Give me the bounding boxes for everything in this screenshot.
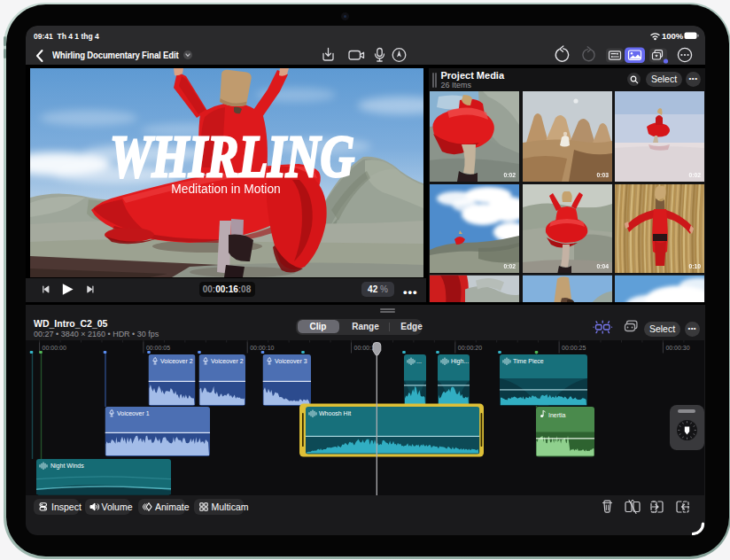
svg-text:WHIRLING: WHIRLING — [110, 122, 354, 190]
svg-text:00:00:05: 00:00:05 — [146, 345, 170, 351]
svg-text:Voiceover 2: Voiceover 2 — [160, 358, 193, 364]
svg-text:100%: 100% — [662, 31, 684, 41]
svg-text:0:02: 0:02 — [503, 172, 516, 178]
svg-text:00:00:30: 00:00:30 — [665, 345, 689, 351]
svg-text:Voiceover 2: Voiceover 2 — [211, 358, 244, 364]
svg-text:00:00:10: 00:00:10 — [250, 345, 274, 351]
svg-text:Whoosh Hit: Whoosh Hit — [319, 410, 351, 416]
svg-text:00:00:00: 00:00:00 — [43, 345, 66, 351]
svg-text:Meditation in Motion: Meditation in Motion — [171, 183, 280, 196]
svg-text:0:10: 0:10 — [688, 263, 701, 269]
svg-text:Voiceover 1: Voiceover 1 — [117, 410, 150, 416]
svg-text:Voiceover 3: Voiceover 3 — [275, 358, 307, 364]
svg-text:High...: High... — [451, 358, 469, 365]
svg-text:0:04: 0:04 — [596, 263, 609, 269]
svg-text:Inertia: Inertia — [548, 412, 566, 418]
svg-text:0:03: 0:03 — [596, 172, 609, 178]
svg-text:...: ... — [416, 358, 422, 364]
svg-text:0:02: 0:02 — [688, 172, 701, 178]
svg-text:Time Piece: Time Piece — [513, 358, 544, 364]
svg-text:00:00:25: 00:00:25 — [562, 345, 586, 351]
svg-text:00:00:20: 00:00:20 — [458, 345, 482, 351]
svg-text:Night Winds: Night Winds — [50, 463, 84, 470]
svg-text:0:02: 0:02 — [503, 263, 516, 269]
